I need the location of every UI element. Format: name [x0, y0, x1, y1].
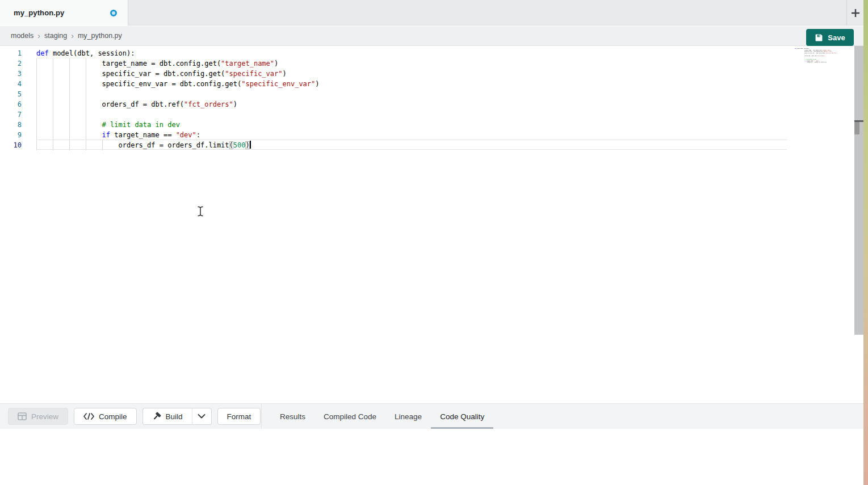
code-line[interactable]: 7	[0, 109, 789, 120]
code-token: orders_df = dbt.ref(	[36, 100, 184, 108]
indent-guide	[36, 89, 37, 99]
code-token: # limit data in dev	[36, 121, 180, 129]
compile-button[interactable]: Compile	[74, 408, 137, 425]
code-line-text: specific_var = dbt.config.get("specific_…	[36, 69, 287, 79]
text-caret	[250, 141, 251, 149]
build-options-dropdown-button[interactable]	[192, 408, 212, 425]
code-line-text: target_name = dbt.config.get("target_nam…	[36, 58, 278, 69]
table-icon	[18, 412, 27, 420]
line-number: 4	[0, 79, 22, 89]
result-panel-body	[0, 429, 863, 485]
breadcrumb-item-staging[interactable]: staging	[44, 32, 67, 40]
toolbar-divider	[261, 404, 262, 429]
unsaved-changes-dot	[110, 10, 117, 16]
code-token: )	[245, 141, 249, 149]
build-button-group: Build	[142, 408, 212, 425]
code-token: specific_var = dbt.config.get(	[36, 70, 225, 78]
editor-vertical-scrollbar[interactable]	[854, 46, 863, 335]
tab-results-label: Results	[280, 412, 305, 421]
code-token: "fct_orders"	[184, 100, 233, 108]
code-token: "specific_var"	[225, 70, 282, 78]
indent-guide	[36, 109, 37, 120]
code-line-text: # limit data in dev	[36, 120, 180, 130]
editor-tab-bar: my_python.py	[0, 0, 863, 26]
code-line-text: if target_name == "dev":	[36, 130, 200, 140]
indent-guide	[53, 89, 53, 99]
code-line[interactable]: 2 target_name = dbt.config.get("target_n…	[0, 58, 789, 69]
code-token: (	[229, 141, 233, 149]
build-button-label: Build	[166, 412, 183, 421]
line-number: 1	[0, 48, 22, 58]
preview-button[interactable]: Preview	[8, 408, 68, 425]
tab-code-quality-label: Code Quality	[440, 412, 484, 421]
chevron-right-icon: ›	[37, 31, 40, 40]
tab-my-python-py[interactable]: my_python.py	[0, 0, 128, 26]
breadcrumb-item-models[interactable]: models	[11, 32, 33, 40]
code-token: target_name ==	[110, 131, 176, 139]
code-line[interactable]: 9 if target_name == "dev":	[0, 130, 789, 140]
code-token: )	[315, 80, 319, 88]
code-token: "target_name"	[221, 60, 274, 68]
line-number: 10	[0, 140, 22, 150]
line-number: 6	[0, 99, 22, 109]
code-token: model(dbt, session):	[49, 49, 135, 57]
tab-title: my_python.py	[14, 9, 64, 17]
code-line[interactable]: 3 specific_var = dbt.config.get("specifi…	[0, 69, 789, 79]
build-button[interactable]: Build	[142, 408, 192, 425]
line-number: 2	[0, 58, 22, 69]
code-line[interactable]: 1def model(dbt, session):	[0, 48, 789, 58]
minimap-content: def model(dbt, session): target_name = d…	[795, 48, 853, 63]
code-line[interactable]: 6 orders_df = dbt.ref("fct_orders")	[0, 99, 789, 109]
code-line[interactable]: 5	[0, 89, 789, 99]
breadcrumb: models › staging › my_python.py	[0, 26, 863, 46]
line-number: 9	[0, 130, 22, 140]
toolbar-buttons: Preview Compile Build	[8, 408, 261, 425]
code-token: target_name = dbt.config.get(	[36, 60, 221, 68]
code-icon	[83, 413, 94, 420]
format-button-label: Format	[227, 412, 251, 421]
code-token: )	[274, 60, 278, 68]
code-token	[36, 131, 102, 139]
tab-code-quality[interactable]: Code Quality	[431, 404, 493, 429]
indent-guide	[86, 89, 86, 99]
format-button[interactable]: Format	[217, 408, 261, 425]
new-tab-button[interactable]	[846, 0, 863, 26]
code-line[interactable]: 4 specific_env_var = dbt.config.get("spe…	[0, 79, 789, 89]
code-token: :	[196, 131, 200, 139]
plus-icon	[850, 7, 861, 19]
code-token: )	[283, 70, 287, 78]
bottom-toolbar: Preview Compile Build	[0, 403, 863, 429]
chevron-down-icon	[198, 414, 206, 419]
code-token: def	[36, 49, 49, 57]
code-line[interactable]: 10 orders_df = orders_df.limit(500)	[0, 140, 789, 150]
save-button[interactable]: Save	[806, 29, 854, 46]
result-panel-tabs: Results Compiled Code Lineage Code Quali…	[271, 404, 493, 429]
code-token: )	[233, 100, 237, 108]
code-token: if	[102, 131, 110, 139]
overview-ruler-marker	[854, 122, 859, 134]
tab-lineage-label: Lineage	[395, 412, 422, 421]
code-line-text: orders_df = dbt.ref("fct_orders")	[36, 99, 237, 109]
line-number: 7	[0, 109, 22, 120]
save-button-label: Save	[828, 33, 845, 42]
code-editor[interactable]: 1def model(dbt, session):2 target_name =…	[0, 46, 863, 403]
tab-compiled-code-label: Compiled Code	[324, 412, 376, 421]
compile-button-label: Compile	[99, 412, 127, 421]
code-token: 500	[233, 141, 246, 149]
editor-minimap[interactable]: def model(dbt, session): target_name = d…	[795, 48, 853, 70]
code-line-text: orders_df = orders_df.limit(500)	[36, 140, 251, 150]
dbt-cloud-ide-window: my_python.py models › staging › my_pytho…	[0, 0, 868, 485]
code-token: "dev"	[176, 131, 196, 139]
indent-guide	[86, 109, 86, 120]
code-token: "specific_env_var"	[241, 80, 315, 88]
tab-lineage[interactable]: Lineage	[385, 404, 431, 429]
breadcrumb-item-file[interactable]: my_python.py	[78, 32, 122, 40]
code-token: specific_env_var = dbt.config.get(	[36, 80, 241, 88]
code-line[interactable]: 8 # limit data in dev	[0, 120, 789, 130]
tab-compiled-code[interactable]: Compiled Code	[315, 404, 385, 429]
chevron-right-icon: ›	[71, 31, 74, 40]
code-line-text: def model(dbt, session):	[36, 48, 135, 58]
code-token: orders_df = orders_df.limit	[36, 141, 229, 149]
tab-results[interactable]: Results	[271, 404, 315, 429]
line-number: 8	[0, 120, 22, 130]
